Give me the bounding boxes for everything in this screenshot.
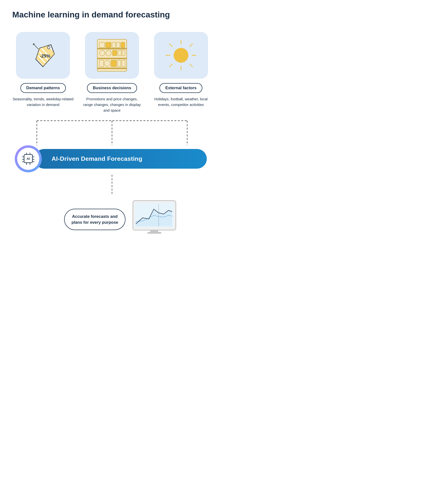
bottom-connector bbox=[12, 175, 212, 194]
svg-rect-27 bbox=[122, 60, 125, 67]
output-section: Accurate forecasts and plans for every p… bbox=[12, 199, 212, 240]
svg-rect-16 bbox=[116, 42, 120, 48]
ai-banner-text: AI-Driven Demand Forecasting bbox=[52, 155, 142, 162]
three-column-section: -25% Demand patterns Seasonality, trends… bbox=[12, 32, 212, 113]
svg-line-32 bbox=[169, 44, 172, 47]
svg-line-34 bbox=[190, 44, 192, 47]
svg-rect-13 bbox=[99, 42, 105, 48]
business-decisions-desc: Promotions and price changes, range chan… bbox=[81, 96, 143, 113]
svg-text:AI: AI bbox=[27, 157, 30, 161]
shelf-icon bbox=[92, 36, 132, 75]
svg-rect-22 bbox=[122, 50, 125, 56]
svg-rect-60 bbox=[148, 232, 161, 234]
demand-patterns-icon-box: -25% bbox=[16, 32, 70, 79]
svg-rect-10 bbox=[97, 48, 127, 50]
column-business-decisions: Business decisions Promotions and price … bbox=[81, 32, 143, 113]
svg-line-35 bbox=[169, 64, 172, 67]
svg-rect-11 bbox=[97, 58, 127, 59]
svg-point-19 bbox=[106, 50, 111, 56]
business-decisions-badge: Business decisions bbox=[87, 83, 137, 93]
svg-point-24 bbox=[104, 61, 110, 66]
svg-line-33 bbox=[190, 64, 192, 67]
svg-rect-21 bbox=[118, 50, 121, 56]
external-factors-desc: Holidays, football, weather, local event… bbox=[150, 96, 212, 108]
monitor-svg bbox=[130, 199, 179, 239]
ai-circle: AI bbox=[15, 145, 42, 172]
business-decisions-icon-box bbox=[85, 32, 139, 79]
connector-svg bbox=[12, 116, 212, 145]
ai-banner: AI-Driven Demand Forecasting bbox=[34, 149, 207, 169]
column-demand-patterns: -25% Demand patterns Seasonality, trends… bbox=[12, 32, 74, 113]
sun-icon bbox=[163, 37, 199, 74]
svg-rect-23 bbox=[99, 60, 104, 67]
page-title: Machine learning in demand forecasting bbox=[12, 10, 212, 20]
svg-rect-26 bbox=[117, 60, 121, 67]
external-factors-icon-box bbox=[154, 32, 208, 79]
output-badge-line1: Accurate forecasts and bbox=[72, 214, 118, 219]
connector-section bbox=[12, 116, 212, 145]
output-badge: Accurate forecasts and plans for every p… bbox=[64, 209, 126, 230]
demand-patterns-desc: Seasonality, trends, weekday-related var… bbox=[12, 96, 74, 108]
svg-rect-15 bbox=[112, 42, 115, 48]
svg-point-8 bbox=[48, 47, 50, 49]
svg-rect-59 bbox=[151, 230, 158, 232]
ai-circuit-icon: AI bbox=[20, 151, 37, 166]
monitor-icon bbox=[130, 199, 179, 240]
price-tag-icon: -25% bbox=[26, 38, 60, 72]
bottom-connector-svg bbox=[111, 175, 113, 194]
svg-rect-20 bbox=[112, 50, 117, 56]
svg-line-0 bbox=[34, 45, 39, 49]
svg-rect-17 bbox=[121, 42, 125, 48]
output-badge-line2: plans for every purpose bbox=[71, 220, 118, 225]
svg-text:-25%: -25% bbox=[40, 53, 51, 59]
ai-circle-inner: AI bbox=[17, 148, 39, 170]
svg-rect-25 bbox=[111, 60, 116, 67]
svg-rect-12 bbox=[97, 67, 127, 69]
ai-banner-section: AI AI-Driven Demand Forecasting bbox=[12, 145, 212, 172]
svg-rect-14 bbox=[106, 42, 111, 48]
demand-patterns-badge: Demand patterns bbox=[20, 83, 66, 93]
svg-point-36 bbox=[174, 48, 188, 63]
svg-point-18 bbox=[99, 50, 105, 56]
external-factors-badge: External factors bbox=[160, 83, 202, 93]
column-external-factors: External factors Holidays, football, wea… bbox=[150, 32, 212, 113]
svg-point-1 bbox=[33, 44, 34, 45]
